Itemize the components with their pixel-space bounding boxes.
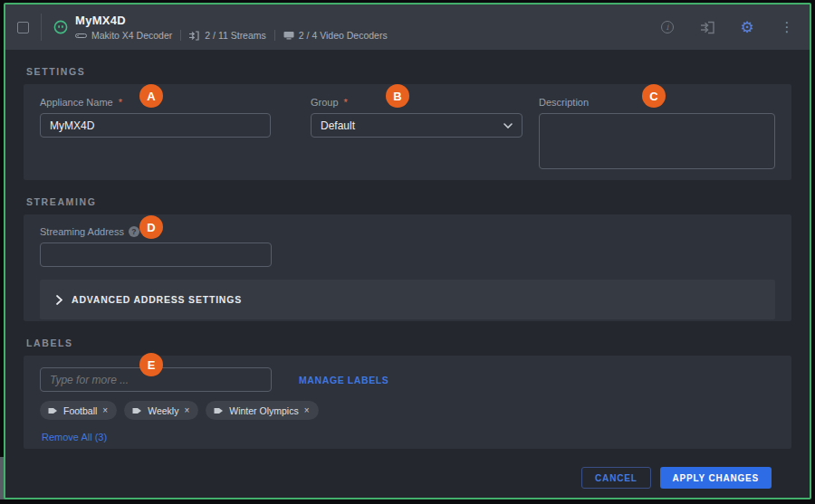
label-chip-winter-olympics[interactable]: Winter Olympics × [206, 401, 318, 420]
remove-chip-icon[interactable]: × [184, 405, 189, 415]
label-chip-weekly[interactable]: Weekly × [124, 401, 198, 420]
tag-icon [48, 406, 58, 415]
tag-icon [214, 406, 224, 415]
screen: MyMX4D Makito X4 Decoder 2 / 11 Streams [0, 0, 815, 504]
select-device-checkbox[interactable] [17, 22, 29, 33]
remove-chip-icon[interactable]: × [102, 405, 108, 415]
required-marker: * [344, 97, 348, 108]
device-subtitle: Makito X4 Decoder 2 / 11 Streams [75, 30, 388, 41]
labels-card: E MANAGE LABELS Football × Weekly × [24, 356, 791, 449]
group-select[interactable]: Default [311, 113, 523, 138]
tag-icon [132, 406, 142, 415]
device-type-label: Makito X4 Decoder [91, 30, 172, 41]
video-decoders-count: 2 / 4 Video Decoders [299, 30, 388, 41]
label-chip-text: Weekly [148, 405, 178, 416]
description-label: Description [539, 97, 589, 108]
chevron-right-icon [56, 295, 62, 305]
settings-gear-icon[interactable]: ⚙ [739, 19, 755, 35]
device-status-icon [53, 20, 68, 34]
remove-chip-icon[interactable]: × [304, 405, 310, 415]
group-label: Group [311, 97, 339, 108]
appliance-name-label: Appliance Name [40, 97, 113, 108]
remove-all-labels-link[interactable]: Remove All (3) [42, 432, 107, 442]
subtitle-divider [180, 30, 181, 41]
advanced-address-settings-toggle[interactable]: ADVANCED ADDRESS SETTINGS [40, 280, 775, 319]
label-chip-text: Winter Olympics [229, 405, 298, 416]
label-chip-text: Football [63, 405, 97, 416]
streaming-address-input[interactable] [40, 242, 272, 267]
apply-changes-button[interactable]: APPLY CHANGES [660, 467, 772, 489]
label-chips: Football × Weekly × Winter Olympics × [40, 401, 775, 420]
label-chip-football[interactable]: Football × [40, 401, 117, 420]
subtitle-divider [274, 30, 275, 41]
info-icon[interactable]: i [659, 19, 676, 35]
form-footer: CANCEL APPLY CHANGES [24, 449, 791, 489]
streams-icon [189, 31, 200, 41]
device-edit-panel: MyMX4D Makito X4 Decoder 2 / 11 Streams [4, 3, 811, 499]
callout-badge-d: D [139, 215, 163, 239]
streaming-address-label: Streaming Address [40, 226, 124, 237]
chevron-down-icon [503, 123, 513, 128]
settings-card: A B C Appliance Name* Group* [24, 84, 791, 180]
video-decoders-icon [283, 31, 294, 40]
more-options-kebab-icon[interactable]: ⋮ [779, 19, 795, 35]
callout-badge-a: A [139, 84, 163, 108]
device-title: MyMX4D [75, 14, 388, 27]
group-selected-value: Default [321, 119, 355, 132]
settings-section-title: SETTINGS [26, 66, 791, 77]
required-marker: * [119, 97, 122, 108]
streaming-section-title: STREAMING [26, 196, 791, 207]
appliance-name-input[interactable] [40, 113, 271, 138]
callout-badge-b: B [386, 84, 409, 108]
streams-count: 2 / 11 Streams [205, 30, 266, 41]
streaming-card: D Streaming Address ? ADVANCED ADDRESS S… [24, 214, 791, 321]
description-textarea[interactable] [539, 113, 775, 169]
cancel-button[interactable]: CANCEL [581, 467, 650, 489]
advanced-address-settings-label: ADVANCED ADDRESS SETTINGS [72, 294, 242, 305]
device-type-icon [75, 32, 87, 40]
help-icon[interactable]: ? [129, 226, 139, 237]
manage-labels-link[interactable]: MANAGE LABELS [299, 375, 388, 385]
stream-routing-icon[interactable] [699, 19, 715, 35]
callout-badge-c: C [642, 84, 666, 108]
device-header: MyMX4D Makito X4 Decoder 2 / 11 Streams [5, 5, 810, 50]
form-content: SETTINGS A B C Appliance Name* Group* [5, 66, 810, 489]
callout-badge-e: E [139, 353, 163, 376]
labels-section-title: LABELS [26, 338, 791, 348]
header-divider [41, 14, 42, 41]
